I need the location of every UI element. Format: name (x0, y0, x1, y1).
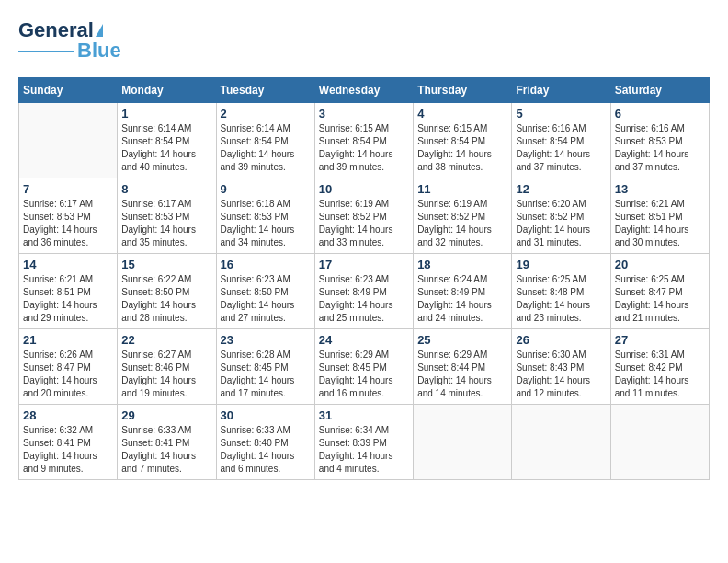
day-number: 7 (23, 182, 113, 196)
day-info: Sunrise: 6:29 AM Sunset: 8:45 PM Dayligh… (319, 349, 409, 400)
day-number: 24 (319, 333, 409, 347)
logo: General Blue (18, 18, 121, 63)
day-number: 20 (615, 258, 705, 271)
calendar-cell: 15Sunrise: 6:22 AM Sunset: 8:50 PM Dayli… (118, 254, 216, 329)
day-number: 23 (221, 333, 311, 347)
day-header-saturday: Saturday (610, 78, 709, 103)
calendar-cell: 11Sunrise: 6:19 AM Sunset: 8:52 PM Dayli… (414, 178, 512, 254)
calendar-cell: 7Sunrise: 6:17 AM Sunset: 8:53 PM Daylig… (19, 178, 118, 254)
calendar-cell: 2Sunrise: 6:14 AM Sunset: 8:54 PM Daylig… (216, 103, 314, 178)
day-number: 25 (417, 333, 507, 347)
calendar-cell: 19Sunrise: 6:25 AM Sunset: 8:48 PM Dayli… (512, 254, 610, 329)
page-header: General Blue (18, 18, 710, 63)
day-info: Sunrise: 6:19 AM Sunset: 8:52 PM Dayligh… (417, 198, 507, 249)
day-number: 30 (221, 408, 311, 422)
day-header-friday: Friday (512, 78, 610, 103)
calendar-cell: 14Sunrise: 6:21 AM Sunset: 8:51 PM Dayli… (19, 254, 118, 329)
calendar-cell: 28Sunrise: 6:32 AM Sunset: 8:41 PM Dayli… (19, 405, 118, 480)
week-row-1: 1Sunrise: 6:14 AM Sunset: 8:54 PM Daylig… (19, 103, 710, 178)
day-info: Sunrise: 6:16 AM Sunset: 8:54 PM Dayligh… (516, 122, 606, 174)
day-number: 3 (319, 107, 409, 121)
day-number: 11 (417, 182, 507, 196)
calendar-cell: 27Sunrise: 6:31 AM Sunset: 8:42 PM Dayli… (610, 329, 709, 405)
calendar-cell: 21Sunrise: 6:26 AM Sunset: 8:47 PM Dayli… (19, 329, 118, 405)
day-info: Sunrise: 6:25 AM Sunset: 8:47 PM Dayligh… (615, 273, 705, 325)
day-info: Sunrise: 6:14 AM Sunset: 8:54 PM Dayligh… (121, 122, 211, 174)
day-number: 17 (319, 258, 409, 271)
calendar-cell: 25Sunrise: 6:29 AM Sunset: 8:44 PM Dayli… (414, 329, 512, 405)
calendar-cell: 8Sunrise: 6:17 AM Sunset: 8:53 PM Daylig… (118, 178, 216, 254)
calendar-cell: 24Sunrise: 6:29 AM Sunset: 8:45 PM Dayli… (314, 329, 413, 405)
calendar-cell: 30Sunrise: 6:33 AM Sunset: 8:40 PM Dayli… (216, 405, 314, 480)
day-number: 13 (615, 182, 705, 196)
calendar-cell: 20Sunrise: 6:25 AM Sunset: 8:47 PM Dayli… (610, 254, 709, 329)
day-info: Sunrise: 6:26 AM Sunset: 8:47 PM Dayligh… (23, 349, 113, 400)
day-info: Sunrise: 6:32 AM Sunset: 8:41 PM Dayligh… (23, 424, 113, 476)
week-row-3: 14Sunrise: 6:21 AM Sunset: 8:51 PM Dayli… (19, 254, 710, 329)
day-info: Sunrise: 6:30 AM Sunset: 8:43 PM Dayligh… (516, 349, 606, 400)
day-number: 10 (319, 182, 409, 196)
day-info: Sunrise: 6:17 AM Sunset: 8:53 PM Dayligh… (121, 198, 211, 249)
day-info: Sunrise: 6:22 AM Sunset: 8:50 PM Dayligh… (121, 273, 211, 325)
day-number: 31 (319, 408, 409, 422)
day-info: Sunrise: 6:27 AM Sunset: 8:46 PM Dayligh… (121, 349, 211, 400)
day-info: Sunrise: 6:15 AM Sunset: 8:54 PM Dayligh… (417, 122, 507, 174)
calendar-cell: 22Sunrise: 6:27 AM Sunset: 8:46 PM Dayli… (118, 329, 216, 405)
day-info: Sunrise: 6:21 AM Sunset: 8:51 PM Dayligh… (23, 273, 113, 325)
calendar-cell: 10Sunrise: 6:19 AM Sunset: 8:52 PM Dayli… (314, 178, 413, 254)
calendar-cell: 16Sunrise: 6:23 AM Sunset: 8:50 PM Dayli… (216, 254, 314, 329)
calendar-cell (414, 405, 512, 480)
calendar-cell: 6Sunrise: 6:16 AM Sunset: 8:53 PM Daylig… (610, 103, 709, 178)
week-row-2: 7Sunrise: 6:17 AM Sunset: 8:53 PM Daylig… (19, 178, 710, 254)
calendar-cell: 26Sunrise: 6:30 AM Sunset: 8:43 PM Dayli… (512, 329, 610, 405)
week-row-4: 21Sunrise: 6:26 AM Sunset: 8:47 PM Dayli… (19, 329, 710, 405)
day-number: 2 (221, 107, 311, 121)
logo-text-blue: Blue (77, 39, 121, 63)
logo-triangle-icon (96, 24, 103, 37)
day-number: 16 (221, 258, 311, 271)
calendar-cell (19, 103, 118, 178)
calendar-cell: 23Sunrise: 6:28 AM Sunset: 8:45 PM Dayli… (216, 329, 314, 405)
day-number: 26 (516, 333, 606, 347)
day-header-monday: Monday (118, 78, 216, 103)
calendar-cell: 29Sunrise: 6:33 AM Sunset: 8:41 PM Dayli… (118, 405, 216, 480)
day-info: Sunrise: 6:29 AM Sunset: 8:44 PM Dayligh… (417, 349, 507, 400)
day-header-wednesday: Wednesday (314, 78, 413, 103)
calendar-cell (512, 405, 610, 480)
calendar-cell: 9Sunrise: 6:18 AM Sunset: 8:53 PM Daylig… (216, 178, 314, 254)
day-number: 22 (121, 333, 211, 347)
day-number: 28 (23, 408, 113, 422)
day-number: 15 (121, 258, 211, 271)
day-info: Sunrise: 6:24 AM Sunset: 8:49 PM Dayligh… (417, 273, 507, 325)
day-info: Sunrise: 6:19 AM Sunset: 8:52 PM Dayligh… (319, 198, 409, 249)
day-info: Sunrise: 6:23 AM Sunset: 8:49 PM Dayligh… (319, 273, 409, 325)
day-number: 18 (417, 258, 507, 271)
day-number: 6 (615, 107, 705, 121)
day-info: Sunrise: 6:21 AM Sunset: 8:51 PM Dayligh… (615, 198, 705, 249)
day-info: Sunrise: 6:28 AM Sunset: 8:45 PM Dayligh… (221, 349, 311, 400)
day-info: Sunrise: 6:14 AM Sunset: 8:54 PM Dayligh… (221, 122, 311, 174)
day-number: 14 (23, 258, 113, 271)
day-info: Sunrise: 6:18 AM Sunset: 8:53 PM Dayligh… (221, 198, 311, 249)
calendar-cell: 4Sunrise: 6:15 AM Sunset: 8:54 PM Daylig… (414, 103, 512, 178)
day-info: Sunrise: 6:23 AM Sunset: 8:50 PM Dayligh… (221, 273, 311, 325)
header-row: SundayMondayTuesdayWednesdayThursdayFrid… (19, 78, 710, 103)
calendar-cell: 1Sunrise: 6:14 AM Sunset: 8:54 PM Daylig… (118, 103, 216, 178)
day-number: 21 (23, 333, 113, 347)
day-info: Sunrise: 6:33 AM Sunset: 8:41 PM Dayligh… (121, 424, 211, 476)
day-info: Sunrise: 6:16 AM Sunset: 8:53 PM Dayligh… (615, 122, 705, 174)
day-number: 12 (516, 182, 606, 196)
day-number: 4 (417, 107, 507, 121)
day-info: Sunrise: 6:31 AM Sunset: 8:42 PM Dayligh… (615, 349, 705, 400)
day-header-thursday: Thursday (414, 78, 512, 103)
calendar-cell: 3Sunrise: 6:15 AM Sunset: 8:54 PM Daylig… (314, 103, 413, 178)
day-info: Sunrise: 6:17 AM Sunset: 8:53 PM Dayligh… (23, 198, 113, 249)
calendar-cell: 18Sunrise: 6:24 AM Sunset: 8:49 PM Dayli… (414, 254, 512, 329)
day-header-sunday: Sunday (19, 78, 118, 103)
calendar-cell: 31Sunrise: 6:34 AM Sunset: 8:39 PM Dayli… (314, 405, 413, 480)
day-header-tuesday: Tuesday (216, 78, 314, 103)
calendar-table: SundayMondayTuesdayWednesdayThursdayFrid… (18, 77, 710, 480)
day-info: Sunrise: 6:33 AM Sunset: 8:40 PM Dayligh… (221, 424, 311, 476)
calendar-cell: 13Sunrise: 6:21 AM Sunset: 8:51 PM Dayli… (610, 178, 709, 254)
logo-line (18, 51, 74, 52)
